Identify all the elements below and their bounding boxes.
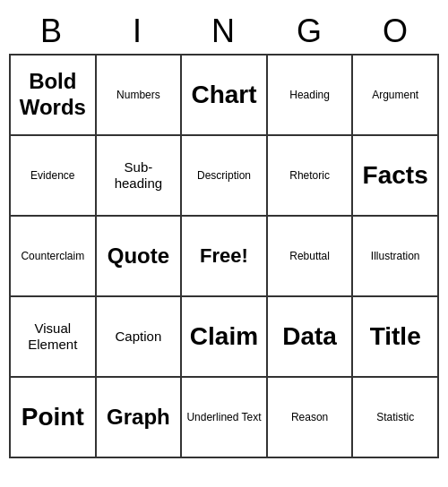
cell-text: Argument	[372, 89, 418, 101]
cell-text: Title	[370, 321, 421, 352]
header-letter-N: N	[181, 9, 267, 54]
header-letter-B: B	[9, 9, 95, 54]
cell-text: Reason	[291, 411, 328, 423]
bingo-cell-1-1[interactable]: Sub-heading	[97, 136, 183, 217]
header-letter-I: I	[95, 9, 181, 54]
cell-text: Quote	[108, 244, 169, 269]
cell-text: Bold Words	[14, 69, 91, 121]
cell-text: Evidence	[30, 169, 74, 182]
cell-text: Counterclaim	[21, 250, 84, 262]
bingo-cell-4-1[interactable]: Graph	[97, 378, 183, 458]
bingo-cell-3-2[interactable]: Claim	[182, 297, 268, 378]
bingo-cell-1-4[interactable]: Facts	[353, 136, 439, 217]
bingo-cell-4-0[interactable]: Point	[11, 378, 97, 458]
bingo-cell-4-3[interactable]: Reason	[268, 378, 354, 458]
bingo-cell-0-1[interactable]: Numbers	[97, 56, 183, 136]
bingo-cell-3-4[interactable]: Title	[353, 297, 439, 378]
cell-text: Numbers	[116, 89, 160, 101]
cell-text: Description	[197, 169, 251, 182]
bingo-cell-4-4[interactable]: Statistic	[353, 378, 439, 458]
bingo-cell-4-2[interactable]: Underlined Text	[182, 378, 268, 458]
bingo-cell-0-3[interactable]: Heading	[268, 56, 354, 136]
header-letter-G: G	[267, 9, 353, 54]
cell-text: Rhetoric	[289, 169, 330, 182]
bingo-cell-1-0[interactable]: Evidence	[11, 136, 97, 217]
cell-text: Graph	[107, 405, 170, 431]
cell-text: Free!	[200, 244, 248, 268]
bingo-header: BINGO	[9, 9, 439, 54]
cell-text: Illustration	[371, 250, 420, 262]
bingo-cell-2-1[interactable]: Quote	[97, 217, 183, 297]
bingo-grid: Bold WordsNumbersChartHeadingArgumentEvi…	[9, 54, 439, 458]
cell-text: Data	[282, 321, 337, 352]
bingo-cell-3-1[interactable]: Caption	[97, 297, 183, 378]
bingo-cell-2-4[interactable]: Illustration	[353, 217, 439, 297]
cell-text: Statistic	[376, 411, 414, 423]
cell-text: Rebuttal	[289, 250, 330, 262]
cell-text: Chart	[191, 80, 256, 110]
cell-text: Underlined Text	[186, 411, 261, 423]
cell-text: Caption	[116, 329, 162, 345]
cell-text: Sub-heading	[115, 159, 162, 192]
bingo-cell-3-3[interactable]: Data	[268, 297, 354, 378]
bingo-cell-2-2[interactable]: Free!	[182, 217, 268, 297]
bingo-card: BINGO Bold WordsNumbersChartHeadingArgum…	[9, 9, 439, 458]
cell-text: Facts	[363, 160, 428, 191]
cell-text: Heading	[289, 89, 330, 101]
bingo-cell-1-3[interactable]: Rhetoric	[268, 136, 354, 217]
bingo-cell-1-2[interactable]: Description	[182, 136, 268, 217]
cell-text: Visual Element	[14, 320, 91, 353]
bingo-cell-2-3[interactable]: Rebuttal	[268, 217, 354, 297]
header-letter-O: O	[353, 9, 439, 54]
bingo-cell-3-0[interactable]: Visual Element	[11, 297, 97, 378]
bingo-cell-0-4[interactable]: Argument	[353, 56, 439, 136]
cell-text: Point	[22, 402, 84, 432]
bingo-cell-2-0[interactable]: Counterclaim	[11, 217, 97, 297]
cell-text: Claim	[190, 321, 258, 352]
bingo-cell-0-0[interactable]: Bold Words	[11, 56, 97, 136]
bingo-cell-0-2[interactable]: Chart	[182, 56, 268, 136]
